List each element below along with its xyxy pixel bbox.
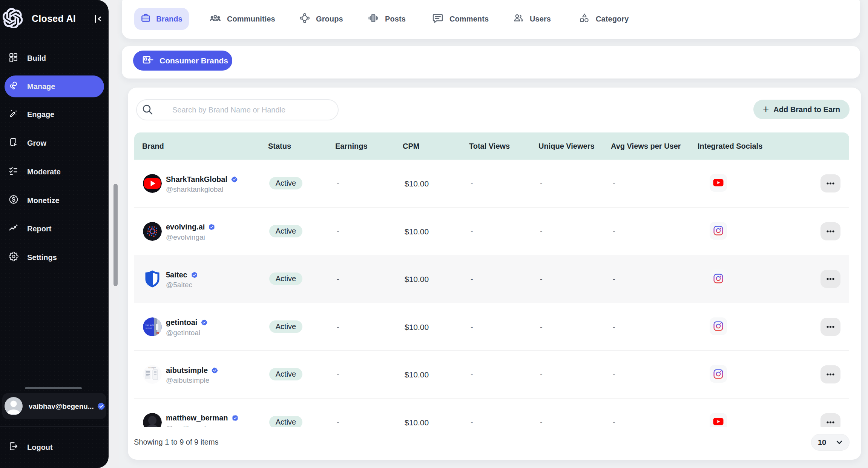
svg-text:Not to AI: Not to AI (146, 324, 154, 326)
svg-text:peek at: peek at (146, 327, 152, 329)
svg-text:AI simple: AI simple (148, 366, 156, 369)
